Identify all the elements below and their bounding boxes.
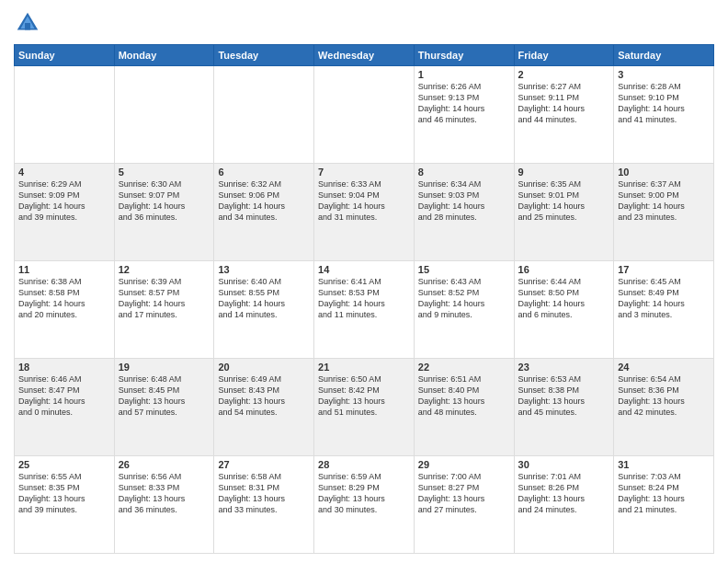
day-cell: 12Sunrise: 6:39 AM Sunset: 8:57 PM Dayli…	[114, 261, 214, 359]
logo-icon	[14, 9, 41, 37]
day-info: Sunrise: 6:30 AM Sunset: 9:07 PM Dayligh…	[119, 178, 210, 224]
day-header-tuesday: Tuesday	[214, 45, 314, 66]
logo	[14, 9, 45, 37]
day-header-saturday: Saturday	[614, 45, 714, 66]
week-row-5: 25Sunrise: 6:55 AM Sunset: 8:35 PM Dayli…	[15, 456, 714, 554]
day-info: Sunrise: 6:28 AM Sunset: 9:10 PM Dayligh…	[618, 81, 710, 126]
day-info: Sunrise: 6:45 AM Sunset: 8:49 PM Dayligh…	[618, 276, 710, 321]
day-cell: 28Sunrise: 6:59 AM Sunset: 8:29 PM Dayli…	[314, 456, 415, 554]
day-info: Sunrise: 6:40 AM Sunset: 8:55 PM Dayligh…	[218, 276, 310, 321]
day-cell: 29Sunrise: 7:00 AM Sunset: 8:27 PM Dayli…	[414, 456, 514, 554]
day-number: 7	[318, 167, 410, 178]
day-number: 13	[218, 264, 310, 275]
day-cell: 20Sunrise: 6:49 AM Sunset: 8:43 PM Dayli…	[214, 359, 314, 456]
day-cell: 2Sunrise: 6:27 AM Sunset: 9:11 PM Daylig…	[514, 66, 614, 164]
day-info: Sunrise: 7:03 AM Sunset: 8:24 PM Dayligh…	[618, 471, 710, 516]
day-cell: 25Sunrise: 6:55 AM Sunset: 8:35 PM Dayli…	[15, 456, 115, 554]
day-cell: 22Sunrise: 6:51 AM Sunset: 8:40 PM Dayli…	[414, 359, 514, 456]
day-cell: 9Sunrise: 6:35 AM Sunset: 9:01 PM Daylig…	[514, 164, 614, 261]
day-number: 26	[119, 459, 210, 470]
day-info: Sunrise: 6:38 AM Sunset: 8:58 PM Dayligh…	[18, 276, 110, 321]
day-info: Sunrise: 6:50 AM Sunset: 8:42 PM Dayligh…	[318, 373, 410, 419]
day-cell: 13Sunrise: 6:40 AM Sunset: 8:55 PM Dayli…	[214, 261, 314, 359]
day-info: Sunrise: 6:51 AM Sunset: 8:40 PM Dayligh…	[418, 373, 510, 419]
day-info: Sunrise: 6:46 AM Sunset: 8:47 PM Dayligh…	[18, 373, 110, 419]
day-number: 27	[218, 459, 310, 470]
day-info: Sunrise: 6:34 AM Sunset: 9:03 PM Dayligh…	[418, 178, 510, 224]
day-cell: 4Sunrise: 6:29 AM Sunset: 9:09 PM Daylig…	[15, 164, 115, 261]
day-header-friday: Friday	[514, 45, 614, 66]
day-number: 1	[418, 69, 510, 80]
header	[14, 9, 714, 37]
day-cell: 1Sunrise: 6:26 AM Sunset: 9:13 PM Daylig…	[414, 66, 514, 164]
day-info: Sunrise: 6:37 AM Sunset: 9:00 PM Dayligh…	[618, 178, 710, 224]
day-cell: 31Sunrise: 7:03 AM Sunset: 8:24 PM Dayli…	[614, 456, 714, 554]
day-number: 8	[418, 167, 510, 178]
day-info: Sunrise: 6:58 AM Sunset: 8:31 PM Dayligh…	[218, 471, 310, 516]
day-info: Sunrise: 6:55 AM Sunset: 8:35 PM Dayligh…	[18, 471, 110, 516]
day-cell: 8Sunrise: 6:34 AM Sunset: 9:03 PM Daylig…	[414, 164, 514, 261]
day-cell	[114, 66, 214, 164]
day-cell: 19Sunrise: 6:48 AM Sunset: 8:45 PM Dayli…	[114, 359, 214, 456]
day-info: Sunrise: 6:29 AM Sunset: 9:09 PM Dayligh…	[18, 178, 110, 224]
day-number: 10	[618, 167, 710, 178]
day-number: 11	[18, 264, 110, 275]
day-info: Sunrise: 6:43 AM Sunset: 8:52 PM Dayligh…	[418, 276, 510, 321]
day-info: Sunrise: 6:33 AM Sunset: 9:04 PM Dayligh…	[318, 178, 410, 224]
day-cell: 5Sunrise: 6:30 AM Sunset: 9:07 PM Daylig…	[114, 164, 214, 261]
day-cell: 27Sunrise: 6:58 AM Sunset: 8:31 PM Dayli…	[214, 456, 314, 554]
day-info: Sunrise: 7:00 AM Sunset: 8:27 PM Dayligh…	[418, 471, 510, 516]
day-number: 18	[18, 362, 110, 373]
day-info: Sunrise: 6:27 AM Sunset: 9:11 PM Dayligh…	[518, 81, 610, 126]
day-info: Sunrise: 6:56 AM Sunset: 8:33 PM Dayligh…	[119, 471, 210, 516]
day-cell: 26Sunrise: 6:56 AM Sunset: 8:33 PM Dayli…	[114, 456, 214, 554]
day-number: 29	[418, 459, 510, 470]
day-cell: 23Sunrise: 6:53 AM Sunset: 8:38 PM Dayli…	[514, 359, 614, 456]
day-number: 17	[618, 264, 710, 275]
day-cell: 30Sunrise: 7:01 AM Sunset: 8:26 PM Dayli…	[514, 456, 614, 554]
day-info: Sunrise: 6:48 AM Sunset: 8:45 PM Dayligh…	[119, 373, 210, 419]
day-number: 3	[618, 69, 710, 80]
day-cell: 11Sunrise: 6:38 AM Sunset: 8:58 PM Dayli…	[15, 261, 115, 359]
calendar-table: SundayMondayTuesdayWednesdayThursdayFrid…	[14, 44, 714, 554]
day-header-sunday: Sunday	[15, 45, 115, 66]
day-number: 24	[618, 362, 710, 373]
day-cell: 10Sunrise: 6:37 AM Sunset: 9:00 PM Dayli…	[614, 164, 714, 261]
svg-rect-2	[25, 23, 30, 30]
day-number: 16	[518, 264, 610, 275]
page: SundayMondayTuesdayWednesdayThursdayFrid…	[0, 0, 728, 563]
day-cell: 15Sunrise: 6:43 AM Sunset: 8:52 PM Dayli…	[414, 261, 514, 359]
day-info: Sunrise: 6:54 AM Sunset: 8:36 PM Dayligh…	[618, 373, 710, 419]
day-cell: 14Sunrise: 6:41 AM Sunset: 8:53 PM Dayli…	[314, 261, 415, 359]
day-number: 2	[518, 69, 610, 80]
day-cell: 24Sunrise: 6:54 AM Sunset: 8:36 PM Dayli…	[614, 359, 714, 456]
calendar-header-row: SundayMondayTuesdayWednesdayThursdayFrid…	[15, 45, 714, 66]
day-number: 22	[418, 362, 510, 373]
day-info: Sunrise: 6:59 AM Sunset: 8:29 PM Dayligh…	[318, 471, 410, 516]
day-info: Sunrise: 6:26 AM Sunset: 9:13 PM Dayligh…	[418, 81, 510, 126]
day-number: 23	[518, 362, 610, 373]
day-number: 25	[18, 459, 110, 470]
day-info: Sunrise: 6:44 AM Sunset: 8:50 PM Dayligh…	[518, 276, 610, 321]
day-number: 6	[218, 167, 310, 178]
day-number: 30	[518, 459, 610, 470]
week-row-3: 11Sunrise: 6:38 AM Sunset: 8:58 PM Dayli…	[15, 261, 714, 359]
day-cell: 18Sunrise: 6:46 AM Sunset: 8:47 PM Dayli…	[15, 359, 115, 456]
day-header-monday: Monday	[114, 45, 214, 66]
day-cell: 3Sunrise: 6:28 AM Sunset: 9:10 PM Daylig…	[614, 66, 714, 164]
day-header-thursday: Thursday	[414, 45, 514, 66]
day-info: Sunrise: 6:35 AM Sunset: 9:01 PM Dayligh…	[518, 178, 610, 224]
week-row-4: 18Sunrise: 6:46 AM Sunset: 8:47 PM Dayli…	[15, 359, 714, 456]
day-number: 31	[618, 459, 710, 470]
day-number: 9	[518, 167, 610, 178]
day-cell: 21Sunrise: 6:50 AM Sunset: 8:42 PM Dayli…	[314, 359, 415, 456]
week-row-1: 1Sunrise: 6:26 AM Sunset: 9:13 PM Daylig…	[15, 66, 714, 164]
day-info: Sunrise: 7:01 AM Sunset: 8:26 PM Dayligh…	[518, 471, 610, 516]
day-number: 12	[119, 264, 210, 275]
day-info: Sunrise: 6:41 AM Sunset: 8:53 PM Dayligh…	[318, 276, 410, 321]
day-number: 5	[119, 167, 210, 178]
day-cell	[214, 66, 314, 164]
day-number: 14	[318, 264, 410, 275]
day-number: 19	[119, 362, 210, 373]
day-cell: 16Sunrise: 6:44 AM Sunset: 8:50 PM Dayli…	[514, 261, 614, 359]
